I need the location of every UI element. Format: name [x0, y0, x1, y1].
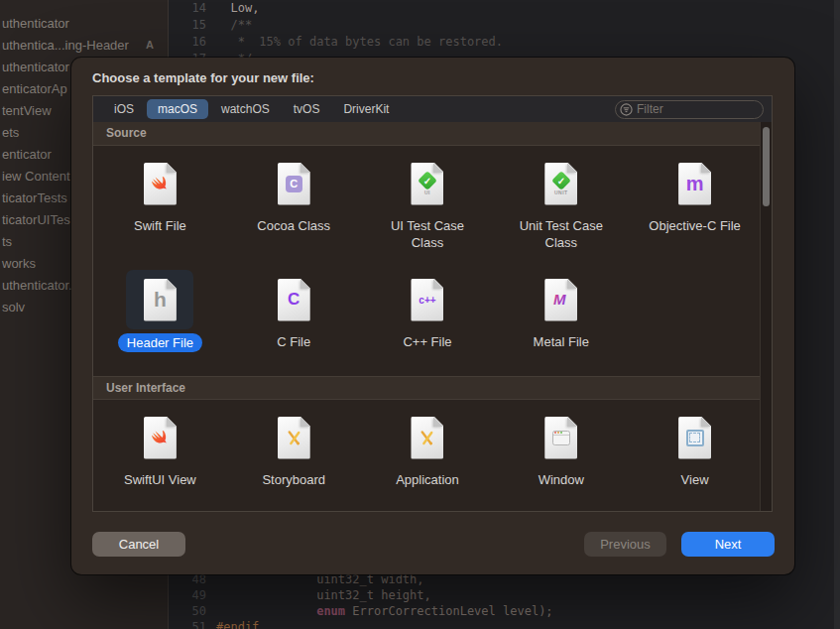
template-tile-label: UI Test Case Class: [377, 217, 478, 251]
template-tile-c-file[interactable]: c++C++ File: [361, 270, 495, 376]
code-text: enum ErrorCorrectionLevel level);: [206, 603, 553, 619]
template-tile-label: View: [681, 471, 709, 488]
sidebar-file-label: uthentica...ing-Header: [2, 38, 129, 53]
code-text: * 15% of data bytes can be restored.: [206, 34, 503, 51]
template-tile-label: Cocoa Class: [257, 217, 330, 234]
test-caption-text: UI: [424, 189, 430, 195]
template-row-source-1: Swift FileCCocoa Class✓UIUI Test Case Cl…: [93, 146, 762, 262]
code-token: /**: [230, 18, 252, 32]
tab-driverkit[interactable]: DriverKit: [332, 99, 400, 119]
line-number: 49: [169, 587, 206, 603]
editor-code-bottom: 48 uint32_t width,49 uint32_t height,50 …: [169, 571, 834, 629]
filter-field[interactable]: [615, 100, 764, 119]
filter-input[interactable]: [637, 102, 757, 116]
file-document-icon: h: [144, 279, 177, 321]
sidebar-file-item[interactable]: uthenticator: [0, 12, 168, 34]
code-token: uint32_t width,: [316, 572, 423, 586]
c-letter-icon: C: [288, 290, 300, 310]
window-icon: [528, 408, 595, 467]
template-tile-label: C File: [277, 333, 310, 350]
next-button[interactable]: Next: [681, 532, 775, 557]
cocoa-class-icon: C: [260, 154, 327, 213]
template-tile-label: Window: [539, 471, 584, 488]
sidebar-file-item[interactable]: uthentica...ing-HeaderA: [0, 34, 168, 56]
template-tile-c-file[interactable]: CC File: [227, 270, 361, 376]
code-line: 15 /**: [169, 17, 834, 34]
checkmark-diamond-icon: ✓: [418, 171, 437, 190]
file-document-icon: ✓UNIT: [544, 163, 577, 205]
code-token: #endif: [216, 620, 259, 629]
sidebar-file-label: iew Content: [2, 169, 70, 184]
template-tile-ui-test-case-class[interactable]: ✓UIUI Test Case Class: [361, 154, 495, 262]
file-document-icon: [144, 163, 177, 205]
crossed-tools-icon: [285, 429, 303, 447]
code-text: Low,: [206, 0, 259, 17]
template-tile-unit-test-case-class[interactable]: ✓UNITUnit Test Case Class: [494, 154, 628, 262]
section-header-source: Source: [93, 122, 772, 146]
sidebar-file-label: uthenticator.: [2, 278, 72, 293]
line-number: 51: [169, 619, 206, 629]
sidebar-file-label: uthenticator: [2, 16, 69, 31]
test-case-icon: ✓UNIT: [554, 172, 568, 195]
template-tile-label: Header File: [118, 333, 202, 352]
template-tile-swiftui-view[interactable]: SwiftUI View: [93, 408, 227, 511]
previous-button[interactable]: Previous: [584, 532, 666, 557]
storyboard-icon: [260, 408, 327, 467]
code-token: uint32_t height,: [316, 588, 431, 602]
file-document-icon: C: [278, 163, 310, 205]
test-case-icon: ✓UI: [420, 172, 434, 195]
cancel-button[interactable]: Cancel: [92, 532, 185, 557]
dashed-inner-rect: [689, 433, 700, 442]
template-tile-label: Metal File: [534, 333, 589, 350]
template-row-user-interface-1: SwiftUI ViewStoryboardApplicationWindowV…: [93, 400, 762, 511]
file-document-icon: M: [544, 279, 577, 321]
mini-window-icon: [552, 431, 570, 445]
file-document-icon: [144, 417, 177, 459]
line-number: 14: [169, 0, 206, 17]
new-file-template-dialog: Choose a template for your new file: iOS…: [71, 58, 794, 574]
template-tile-swift-file[interactable]: Swift File: [93, 154, 227, 262]
template-tile-label: Objective-C File: [649, 217, 740, 234]
tab-macos[interactable]: macOS: [147, 99, 208, 119]
template-tile-application[interactable]: Application: [361, 408, 495, 511]
swift-file-icon: [126, 154, 193, 213]
application-icon: [394, 408, 461, 467]
scrollbar-track[interactable]: [760, 122, 772, 511]
scrollbar-thumb[interactable]: [763, 127, 770, 206]
file-document-icon: [544, 417, 577, 459]
template-tile-objective-c-file[interactable]: mObjective-C File: [628, 154, 762, 262]
file-document-icon: ✓UI: [411, 163, 443, 205]
sidebar-file-label: works: [2, 256, 36, 271]
objective-c-file-icon: m: [661, 154, 729, 213]
template-row-source-2: hHeader FileCC Filec++C++ FileMMetal Fil…: [93, 262, 762, 376]
code-line: 16 * 15% of data bytes can be restored.: [169, 34, 834, 51]
filter-icon: [620, 103, 633, 116]
line-number: 16: [169, 34, 206, 51]
code-line: 49 uint32_t height,: [169, 587, 834, 603]
swift-bird-icon: [150, 428, 170, 447]
xcode-window: 14 Low,15 /**16 * 15% of data bytes can …: [0, 0, 840, 629]
code-token: ErrorCorrectionLevel level);: [345, 604, 553, 618]
cpp-letters-icon: c++: [419, 295, 435, 306]
code-token: enum: [316, 604, 345, 618]
template-tile-header-file[interactable]: hHeader File: [93, 270, 227, 376]
line-number: 15: [169, 17, 206, 34]
code-line: 14 Low,: [169, 0, 834, 17]
tab-ios[interactable]: iOS: [103, 99, 145, 119]
tab-watchos[interactable]: watchOS: [210, 99, 281, 119]
tab-tvos[interactable]: tvOS: [283, 99, 331, 119]
traffic-light-dot: [554, 432, 556, 434]
checkmark-diamond-icon: ✓: [551, 171, 571, 190]
view-icon: [661, 408, 729, 467]
swiftui-view-icon: [126, 408, 193, 467]
template-tile-cocoa-class[interactable]: CCocoa Class: [227, 154, 361, 262]
template-tile-view[interactable]: View: [628, 408, 762, 511]
unit-test-case-class-icon: ✓UNIT: [528, 154, 595, 213]
code-text: uint32_t height,: [206, 587, 431, 603]
template-tile-metal-file[interactable]: MMetal File: [494, 270, 628, 376]
template-tile-storyboard[interactable]: Storyboard: [227, 408, 361, 511]
platform-tabbar: iOSmacOSwatchOStvOSDriverKit: [93, 96, 772, 122]
sidebar-file-label: tentView: [2, 103, 52, 118]
template-tile-window[interactable]: Window: [494, 408, 628, 511]
swift-bird-icon: [150, 174, 170, 193]
